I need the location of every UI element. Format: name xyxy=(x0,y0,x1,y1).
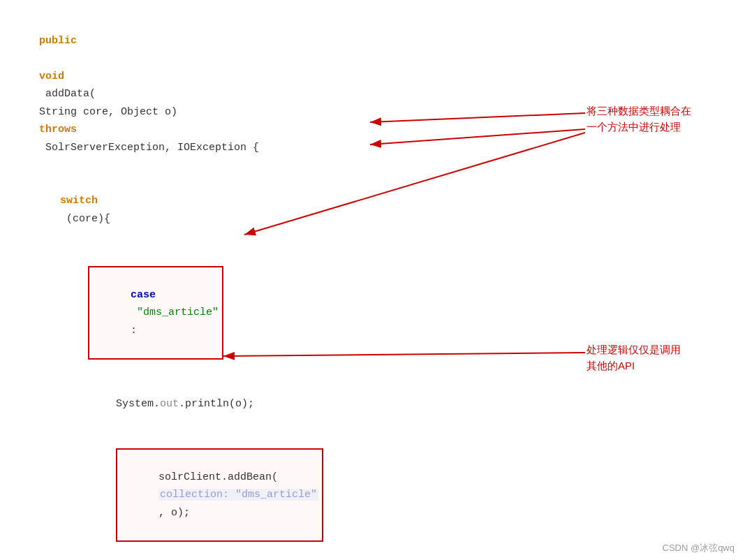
code-container: public void addData( String core, Object… xyxy=(0,0,745,560)
annotation-2: 处理逻辑仅仅是调用 其他的API xyxy=(587,342,681,374)
case1-string: "dms_article" xyxy=(131,307,219,318)
code-case1-println1: System.out.println(o); xyxy=(7,377,738,431)
keyword-void: void xyxy=(39,71,64,82)
watermark: CSDN @冰弦qwq xyxy=(663,542,735,554)
code-case1-addbean: solrClient.addBean( collection: "dms_art… xyxy=(7,431,738,560)
keyword-public: public xyxy=(39,35,77,47)
code-line-1: public void addData( String core, Object… xyxy=(7,14,738,175)
keyword-switch: switch xyxy=(60,195,98,207)
annotation-1: 将三种数据类型耦合在 一个方法中进行处理 xyxy=(587,103,691,135)
keyword-case1: case xyxy=(131,289,156,301)
keyword-throws: throws xyxy=(39,124,77,135)
code-line-switch: switch (core){ xyxy=(7,175,738,246)
